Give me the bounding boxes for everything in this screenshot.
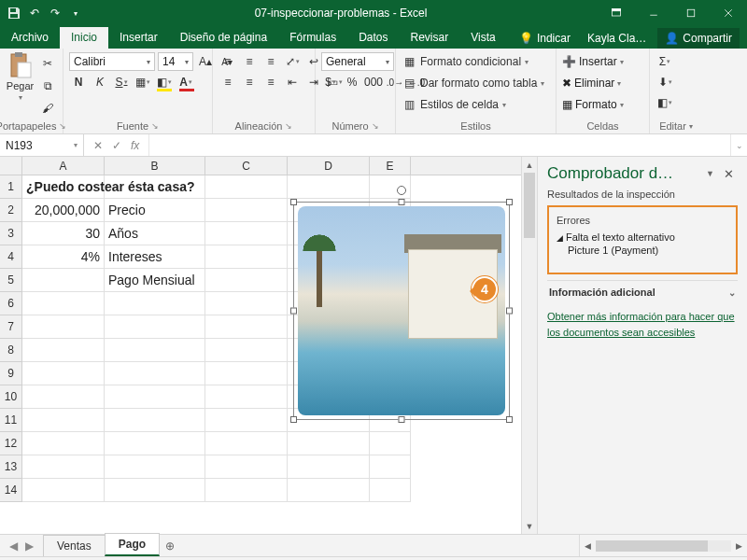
scroll-thumb[interactable] — [596, 540, 708, 552]
sheet-tab-ventas[interactable]: Ventas — [43, 535, 106, 556]
scroll-thumb[interactable] — [524, 173, 535, 238]
account-name[interactable]: Kayla Cla… — [582, 30, 652, 47]
cell[interactable]: ¿Puedo costear ésta casa? — [26, 179, 195, 194]
row-header[interactable]: 9 — [0, 362, 22, 385]
font-size-select[interactable]: 14▾ — [158, 52, 193, 71]
bold-button[interactable]: N — [69, 73, 88, 91]
undo-icon[interactable]: ↶ — [26, 5, 43, 21]
redo-icon[interactable]: ↷ — [47, 5, 63, 21]
sheet-tab-pago[interactable]: Pago — [105, 533, 160, 556]
taskpane-menu-icon[interactable]: ▼ — [700, 169, 720, 178]
row-header[interactable]: 1 — [0, 175, 22, 199]
tab-inicio[interactable]: Inicio — [60, 27, 108, 49]
tab-insertar[interactable]: Insertar — [108, 27, 169, 49]
font-color-icon[interactable]: A▾ — [176, 73, 195, 91]
row-header[interactable]: 2 — [0, 199, 22, 222]
tab-archivo[interactable]: Archivo — [0, 27, 60, 49]
row-header[interactable]: 7 — [0, 315, 22, 339]
scroll-down-icon[interactable]: ▼ — [522, 518, 537, 534]
error-subitem[interactable]: Picture 1 (Payment) — [557, 245, 728, 256]
sheet-nav-next-icon[interactable]: ▶ — [25, 539, 34, 553]
scroll-left-icon[interactable]: ◀ — [580, 541, 596, 551]
row-header[interactable]: 11 — [0, 409, 22, 432]
minimize-button[interactable] — [635, 0, 672, 26]
dialog-launcher-icon[interactable]: ↘ — [151, 121, 159, 131]
cell-styles-button[interactable]: ▥Estilos de celda ▾ — [402, 95, 544, 114]
save-icon[interactable] — [6, 5, 22, 21]
format-cells-button[interactable]: ▦Formato ▾ — [562, 95, 624, 114]
error-item[interactable]: ◢Falta el texto alternativo — [557, 231, 728, 243]
cell[interactable]: 4% — [22, 245, 105, 269]
share-button[interactable]: 👤 Compartir — [657, 28, 740, 49]
enter-formula-icon[interactable]: ✓ — [112, 139, 121, 152]
delete-cells-button[interactable]: ✖Eliminar ▾ — [562, 74, 624, 92]
italic-button[interactable]: K — [91, 73, 109, 91]
format-as-table-button[interactable]: ▤Dar formato como tabla ▾ — [402, 74, 544, 92]
dialog-launcher-icon[interactable]: ↘ — [285, 121, 292, 131]
col-header[interactable]: E — [370, 157, 411, 175]
row-header[interactable]: 6 — [0, 292, 22, 315]
autosum-icon[interactable]: Σ▾ — [655, 52, 674, 71]
row-header[interactable]: 14 — [0, 479, 22, 502]
row-header[interactable]: 8 — [0, 339, 22, 362]
expand-formula-icon[interactable]: ⌄ — [730, 134, 747, 156]
cell[interactable]: 30 — [22, 222, 105, 245]
worksheet-grid[interactable]: A B C D E 1¿Puedo costear ésta casa? 220… — [0, 157, 521, 534]
collapse-icon[interactable]: ◢ — [557, 233, 563, 243]
increase-font-icon[interactable]: A▴ — [196, 52, 215, 71]
tab-diseno[interactable]: Diseño de página — [169, 27, 278, 49]
underline-button[interactable]: S▾ — [112, 73, 131, 91]
additional-info-section[interactable]: Información adicional⌄ — [547, 280, 738, 303]
row-header[interactable]: 12 — [0, 432, 22, 455]
new-sheet-button[interactable]: ⊕ — [159, 535, 181, 556]
row-header[interactable]: 3 — [0, 222, 22, 245]
tab-revisar[interactable]: Revisar — [400, 27, 460, 49]
fill-color-icon[interactable]: ◧▾ — [155, 73, 174, 91]
font-family-select[interactable]: Calibri▾ — [69, 52, 155, 71]
col-header[interactable]: C — [205, 157, 288, 175]
maximize-button[interactable] — [672, 0, 710, 26]
cell[interactable]: Intereses — [105, 245, 205, 269]
col-header[interactable]: A — [22, 157, 105, 175]
cut-icon[interactable]: ✂ — [38, 54, 57, 73]
tab-datos[interactable]: Datos — [347, 27, 399, 49]
cell[interactable]: Pago Mensiual — [105, 269, 205, 292]
rotate-handle-icon[interactable] — [397, 186, 406, 195]
col-header[interactable]: D — [288, 157, 370, 175]
align-middle-icon[interactable]: ≡ — [240, 52, 259, 71]
currency-icon[interactable]: $▾ — [321, 73, 340, 91]
horizontal-scrollbar[interactable]: ◀ ▶ — [579, 535, 747, 556]
cell[interactable]: Precio — [105, 199, 205, 222]
name-box[interactable]: N193▾ — [0, 134, 84, 156]
comma-icon[interactable]: 000 — [364, 73, 383, 91]
cancel-formula-icon[interactable]: ✕ — [93, 139, 103, 152]
conditional-format-button[interactable]: ▦Formato condicional ▾ — [402, 52, 544, 71]
paste-button[interactable]: Pegar ▾ — [6, 52, 35, 102]
format-painter-icon[interactable]: 🖌 — [38, 99, 57, 118]
borders-icon[interactable]: ▦▾ — [134, 73, 152, 91]
insert-cells-button[interactable]: ➕Insertar ▾ — [562, 52, 624, 71]
row-header[interactable]: 10 — [0, 385, 22, 409]
row-header[interactable]: 5 — [0, 269, 22, 292]
fill-icon[interactable]: ⬇▾ — [655, 73, 674, 91]
tab-formulas[interactable]: Fórmulas — [278, 27, 347, 49]
formula-input[interactable] — [149, 134, 730, 156]
row-header[interactable]: 4 — [0, 245, 22, 269]
align-right-icon[interactable]: ≡ — [261, 73, 280, 91]
align-left-icon[interactable]: ≡ — [218, 73, 237, 91]
cell[interactable]: 20,000,000 — [22, 199, 105, 222]
percent-icon[interactable]: % — [343, 73, 361, 91]
close-button[interactable] — [710, 0, 747, 26]
scroll-up-icon[interactable]: ▲ — [522, 157, 537, 173]
number-format-select[interactable]: General▾ — [321, 52, 394, 71]
col-header[interactable]: B — [105, 157, 205, 175]
align-center-icon[interactable]: ≡ — [240, 73, 259, 91]
clear-icon[interactable]: ◧▾ — [655, 93, 674, 112]
align-top-icon[interactable]: ≡ — [218, 52, 237, 71]
orientation-icon[interactable]: ⤢▾ — [283, 52, 302, 71]
tab-vista[interactable]: Vista — [459, 27, 506, 49]
dialog-launcher-icon[interactable]: ↘ — [372, 121, 379, 131]
sheet-nav-prev-icon[interactable]: ◀ — [9, 539, 18, 553]
decrease-indent-icon[interactable]: ⇤ — [283, 73, 302, 91]
scroll-right-icon[interactable]: ▶ — [731, 541, 747, 551]
